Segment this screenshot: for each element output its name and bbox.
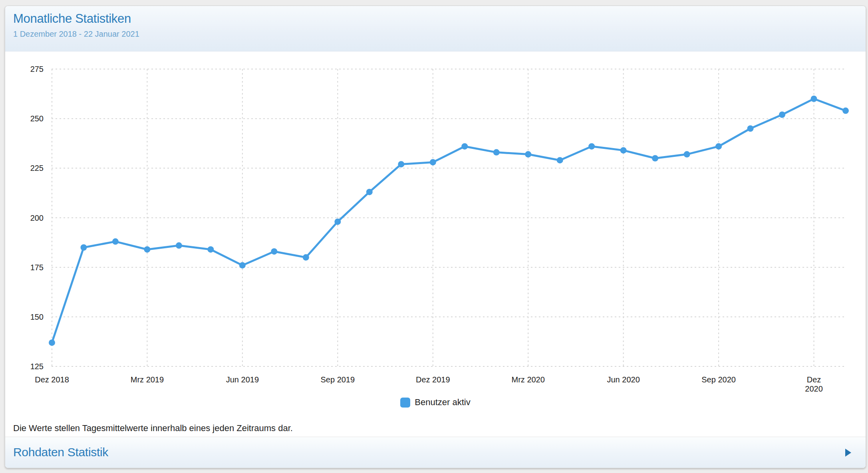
svg-text:225: 225 [30,164,44,172]
svg-text:Dez 2019: Dez 2019 [416,375,450,384]
svg-text:200: 200 [30,214,44,222]
svg-text:Sep 2019: Sep 2019 [320,375,355,384]
svg-text:Dez 2018: Dez 2018 [35,375,69,384]
svg-text:275: 275 [30,65,44,73]
svg-text:Mrz 2020: Mrz 2020 [512,375,545,384]
svg-text:175: 175 [30,263,44,272]
svg-text:2020: 2020 [805,384,823,393]
triangle-right-icon [845,449,851,457]
page-title: Monatliche Statistiken [13,12,866,26]
svg-text:Sep 2020: Sep 2020 [701,375,736,384]
card-header: Monatliche Statistiken 1 Dezember 2018 -… [5,6,866,51]
page: { "header": { "title": "Monatliche Stati… [0,0,868,473]
svg-text:Jun 2020: Jun 2020 [607,375,640,384]
svg-text:125: 125 [30,362,44,371]
rohdaten-section-header[interactable]: Rohdaten Statistik [5,437,866,468]
svg-text:250: 250 [30,114,44,123]
chart-footnote: Die Werte stellen Tagesmittelwerte inner… [13,423,293,434]
chart-canvas[interactable]: 125150175200225250275Dez 2018Mrz 2019Jun… [5,51,866,398]
legend-label: Benutzer aktiv [415,397,470,408]
date-range: 1 Dezember 2018 - 22 Januar 2021 [13,29,866,39]
chart-legend[interactable]: Benutzer aktiv [5,397,866,408]
svg-text:Mrz 2019: Mrz 2019 [131,375,164,384]
legend-swatch [400,398,410,408]
svg-text:Dez: Dez [807,375,821,384]
statistics-card: Monatliche Statistiken 1 Dezember 2018 -… [5,6,866,468]
svg-text:Jun 2019: Jun 2019 [226,375,259,384]
svg-text:150: 150 [30,313,44,321]
rohdaten-title: Rohdaten Statistik [13,445,108,459]
